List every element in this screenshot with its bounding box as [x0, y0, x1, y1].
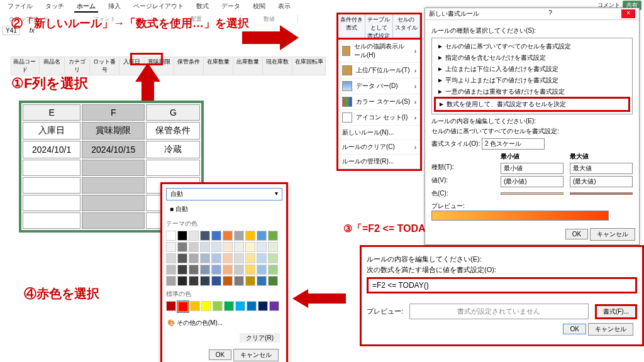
color-swatch[interactable]	[268, 265, 278, 275]
formula-input[interactable]: =F2 <= TODAY()	[367, 277, 637, 293]
cancel-button[interactable]: キャンセル	[233, 349, 279, 361]
color-swatch[interactable]	[166, 242, 176, 252]
color-swatch[interactable]	[166, 253, 176, 263]
menu-icon-sets[interactable]: アイコン セット(I)›	[338, 110, 420, 126]
color-swatch[interactable]	[245, 265, 255, 275]
rule-type-option[interactable]: ► 一意の値または重複する値だけを書式設定	[435, 86, 630, 97]
menu-highlight-rules[interactable]: セルの強調表示ルール(H)›	[338, 40, 420, 63]
cell[interactable]	[23, 195, 80, 211]
color-swatch[interactable]	[200, 276, 210, 286]
color-swatch[interactable]	[223, 231, 233, 241]
color-swatch[interactable]	[189, 253, 199, 263]
hdr-cell[interactable]: 保管条件	[146, 122, 200, 140]
menu-color-scales[interactable]: カラー スケール(S)›	[338, 94, 420, 110]
color-swatch[interactable]	[200, 253, 210, 263]
cell[interactable]	[82, 177, 145, 194]
cell[interactable]	[82, 160, 145, 176]
color-swatch[interactable]	[200, 231, 210, 241]
menu-manage-rules[interactable]: ルールの管理(R)...	[338, 155, 420, 169]
color-swatch[interactable]	[189, 276, 199, 286]
color-swatch-red-selected[interactable]	[177, 301, 189, 312]
color-swatch[interactable]	[235, 301, 245, 311]
color-swatch[interactable]	[166, 231, 176, 241]
color-swatch[interactable]	[223, 276, 233, 286]
rule-type-option[interactable]: ► 指定の値を含むセルだけを書式設定	[435, 52, 630, 63]
color-swatch[interactable]	[268, 253, 278, 263]
color-swatch[interactable]	[245, 231, 255, 241]
color-swatch[interactable]	[200, 265, 210, 275]
color-swatch[interactable]	[245, 276, 255, 286]
hdr-cell[interactable]: 入庫日	[23, 122, 80, 140]
max-color-select[interactable]	[570, 192, 633, 195]
cell[interactable]: 2024/10/15	[82, 141, 145, 158]
close-icon[interactable]: ×	[621, 9, 635, 18]
rule-type-option[interactable]: ► セルの値に基づいてすべてのセルを書式設定	[435, 41, 630, 52]
color-swatch[interactable]	[269, 301, 279, 311]
color-swatch[interactable]	[234, 242, 244, 252]
ok-button[interactable]: OK	[209, 349, 231, 360]
menu-new-rule[interactable]: 新しいルール(N)...	[338, 126, 420, 140]
color-swatch[interactable]	[223, 265, 233, 275]
tab-touch[interactable]: タッチ	[43, 1, 67, 13]
color-swatch[interactable]	[257, 242, 267, 252]
tab-file[interactable]: ファイル	[5, 1, 35, 13]
color-swatch[interactable]	[177, 276, 187, 286]
color-swatch[interactable]	[247, 301, 257, 311]
color-swatch[interactable]	[268, 231, 278, 241]
color-swatch[interactable]	[234, 231, 244, 241]
cell[interactable]	[82, 195, 145, 211]
color-swatch[interactable]	[177, 253, 187, 263]
color-swatch[interactable]	[257, 231, 267, 241]
cell[interactable]: 2024/10/1	[23, 141, 80, 158]
clear-button[interactable]: クリア(R)	[240, 333, 280, 343]
cancel-button[interactable]: キャンセル	[588, 323, 633, 336]
color-swatch[interactable]	[201, 301, 211, 311]
menu-top-bottom[interactable]: 上位/下位ルール(T)›	[338, 63, 420, 79]
min-kind-select[interactable]: 最小値	[501, 163, 564, 174]
color-swatch[interactable]	[177, 242, 187, 252]
color-swatch[interactable]	[177, 231, 187, 241]
hdr-cell[interactable]: 賞味期限	[82, 122, 145, 140]
cell[interactable]	[23, 177, 80, 194]
col-g[interactable]: G	[146, 104, 200, 121]
color-swatch[interactable]	[166, 301, 176, 311]
max-val-input[interactable]: (最大値)	[570, 176, 633, 187]
color-swatch[interactable]	[245, 253, 255, 263]
format-as-table-button[interactable]: テーブルとして 書式設定	[365, 14, 392, 38]
cell-styles-button[interactable]: セルの スタイル	[393, 14, 420, 38]
format-button[interactable]: 書式(F)...	[595, 304, 637, 319]
color-swatch[interactable]	[190, 301, 200, 311]
rule-type-option-formula[interactable]: ► 数式を使用して、書式設定するセルを決定	[434, 97, 630, 112]
min-color-select[interactable]	[501, 192, 564, 195]
color-swatch[interactable]	[211, 231, 221, 241]
color-swatch[interactable]	[224, 301, 234, 311]
more-colors-option[interactable]: 🎨 その他の色(M)...	[166, 315, 282, 331]
color-swatch[interactable]	[223, 253, 233, 263]
tab-home[interactable]: ホーム	[74, 1, 98, 13]
max-kind-select[interactable]: 最大値	[570, 163, 633, 174]
color-swatch[interactable]	[189, 242, 199, 252]
cell[interactable]	[82, 212, 145, 229]
col-f[interactable]: F	[82, 104, 145, 121]
col-e[interactable]: E	[23, 104, 80, 121]
tab-formulas[interactable]: 数式	[194, 1, 211, 13]
color-swatch[interactable]	[211, 276, 221, 286]
auto-color-option[interactable]: ■ 自動	[166, 203, 282, 216]
cell[interactable]	[23, 160, 80, 176]
color-swatch[interactable]	[200, 242, 210, 252]
color-swatch[interactable]	[166, 276, 176, 286]
cancel-button[interactable]: キャンセル	[590, 228, 635, 241]
color-swatch[interactable]	[234, 276, 244, 286]
color-swatch[interactable]	[211, 242, 221, 252]
color-swatch[interactable]	[257, 253, 267, 263]
tab-data[interactable]: データ	[219, 1, 243, 13]
color-swatch[interactable]	[257, 276, 267, 286]
ok-button[interactable]: OK	[565, 229, 588, 239]
color-swatch[interactable]	[245, 242, 255, 252]
color-swatch[interactable]	[211, 265, 221, 275]
color-swatch[interactable]	[189, 231, 199, 241]
rule-type-option[interactable]: ► 平均より上または下の値だけを書式設定	[435, 75, 630, 86]
color-swatch[interactable]	[258, 301, 268, 311]
tab-pagelayout[interactable]: ページレイアウト	[131, 1, 186, 13]
menu-data-bars[interactable]: データ バー(D)›	[338, 79, 420, 94]
